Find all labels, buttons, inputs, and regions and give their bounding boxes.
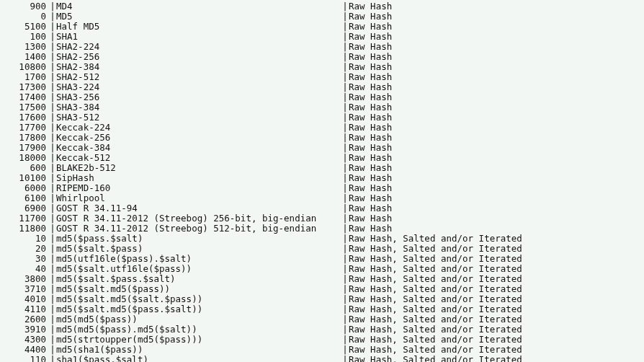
mode-name: SHA1 [56, 32, 341, 42]
mode-category: Raw Hash [349, 102, 640, 112]
mode-category: Raw Hash, Salted and/or Iterated [349, 335, 640, 345]
table-row: 900|MD4|Raw Hash [4, 1, 640, 12]
column-divider: | [49, 183, 56, 193]
mode-id: 1700 [4, 72, 49, 82]
mode-name: md5($salt.md5($pass.$salt)) [56, 304, 341, 314]
column-divider: | [341, 355, 349, 362]
mode-category: Raw Hash [349, 92, 640, 102]
mode-category: Raw Hash [349, 62, 640, 72]
column-divider: | [49, 1, 56, 12]
column-divider: | [341, 335, 349, 345]
table-row: 10100|SipHash|Raw Hash [4, 173, 640, 183]
mode-name: GOST R 34.11-2012 (Streebog) 256-bit, bi… [56, 213, 341, 224]
mode-category: Raw Hash, Salted and/or Iterated [349, 355, 640, 362]
column-divider: | [341, 224, 349, 234]
mode-id: 3910 [4, 325, 49, 335]
mode-category: Raw Hash [349, 143, 640, 153]
column-divider: | [49, 133, 56, 143]
table-row: 1400|SHA2-256|Raw Hash [4, 52, 640, 62]
mode-name: md5(utf16le($pass).$salt) [56, 254, 341, 264]
column-divider: | [49, 254, 56, 264]
column-divider: | [49, 72, 56, 82]
column-divider: | [341, 1, 349, 12]
column-divider: | [49, 304, 56, 314]
column-divider: | [341, 102, 349, 112]
mode-name: md5($pass.$salt) [56, 234, 341, 244]
mode-id: 6000 [4, 183, 49, 193]
column-divider: | [341, 274, 349, 284]
column-divider: | [49, 224, 56, 234]
column-divider: | [341, 325, 349, 335]
mode-category: Raw Hash [349, 213, 640, 224]
column-divider: | [341, 304, 349, 314]
mode-category: Raw Hash, Salted and/or Iterated [349, 234, 640, 244]
column-divider: | [341, 82, 349, 92]
column-divider: | [49, 12, 56, 22]
mode-id: 600 [4, 163, 49, 173]
column-divider: | [341, 345, 349, 355]
table-row: 4010|md5($salt.md5($salt.$pass))|Raw Has… [4, 294, 640, 304]
column-divider: | [49, 284, 56, 294]
column-divider: | [49, 32, 56, 42]
mode-name: md5(sha1($pass)) [56, 345, 341, 355]
mode-id: 30 [4, 254, 49, 264]
hash-mode-table: 900|MD4|Raw Hash0|MD5|Raw Hash5100|Half … [0, 0, 644, 362]
column-divider: | [49, 294, 56, 304]
table-row: 30|md5(utf16le($pass).$salt)|Raw Hash, S… [4, 254, 640, 264]
table-row: 3710|md5($salt.md5($pass))|Raw Hash, Sal… [4, 284, 640, 294]
table-row: 110|sha1($pass.$salt)|Raw Hash, Salted a… [4, 355, 640, 362]
mode-id: 5100 [4, 22, 49, 32]
mode-category: Raw Hash, Salted and/or Iterated [349, 264, 640, 274]
mode-name: Keccak-224 [56, 123, 341, 133]
column-divider: | [49, 82, 56, 92]
mode-id: 2600 [4, 314, 49, 325]
mode-category: Raw Hash [349, 32, 640, 42]
table-row: 40|md5($salt.utf16le($pass))|Raw Hash, S… [4, 264, 640, 274]
column-divider: | [341, 173, 349, 183]
mode-id: 100 [4, 32, 49, 42]
mode-name: sha1($pass.$salt) [56, 355, 341, 362]
mode-id: 4110 [4, 304, 49, 314]
column-divider: | [49, 42, 56, 52]
mode-id: 110 [4, 355, 49, 362]
mode-id: 11800 [4, 224, 49, 234]
mode-id: 17300 [4, 82, 49, 92]
mode-name: md5(md5($pass)) [56, 314, 341, 325]
mode-id: 0 [4, 12, 49, 22]
mode-id: 20 [4, 244, 49, 254]
mode-name: SHA3-384 [56, 102, 341, 112]
column-divider: | [49, 173, 56, 183]
mode-name: SHA2-512 [56, 72, 341, 82]
mode-name: SHA2-256 [56, 52, 341, 62]
column-divider: | [49, 355, 56, 362]
mode-name: SipHash [56, 173, 341, 183]
column-divider: | [49, 193, 56, 203]
mode-name: md5($salt.utf16le($pass)) [56, 264, 341, 274]
column-divider: | [341, 112, 349, 123]
mode-name: SHA3-512 [56, 112, 341, 123]
table-row: 6000|RIPEMD-160|Raw Hash [4, 183, 640, 193]
column-divider: | [341, 234, 349, 244]
mode-name: SHA3-224 [56, 82, 341, 92]
mode-id: 10100 [4, 173, 49, 183]
column-divider: | [49, 314, 56, 325]
mode-id: 4300 [4, 335, 49, 345]
mode-category: Raw Hash, Salted and/or Iterated [349, 284, 640, 294]
column-divider: | [341, 133, 349, 143]
mode-name: md5(md5($pass).md5($salt)) [56, 325, 341, 335]
column-divider: | [49, 112, 56, 123]
mode-category: Raw Hash [349, 153, 640, 163]
mode-category: Raw Hash [349, 163, 640, 173]
mode-category: Raw Hash [349, 193, 640, 203]
table-row: 10800|SHA2-384|Raw Hash [4, 62, 640, 72]
table-row: 600|BLAKE2b-512|Raw Hash [4, 163, 640, 173]
table-row: 6900|GOST R 34.11-94|Raw Hash [4, 203, 640, 213]
mode-id: 17500 [4, 102, 49, 112]
column-divider: | [341, 123, 349, 133]
mode-id: 17600 [4, 112, 49, 123]
mode-name: Keccak-512 [56, 153, 341, 163]
mode-name: md5($salt.$pass) [56, 244, 341, 254]
mode-category: Raw Hash, Salted and/or Iterated [349, 294, 640, 304]
column-divider: | [341, 72, 349, 82]
mode-id: 1400 [4, 52, 49, 62]
